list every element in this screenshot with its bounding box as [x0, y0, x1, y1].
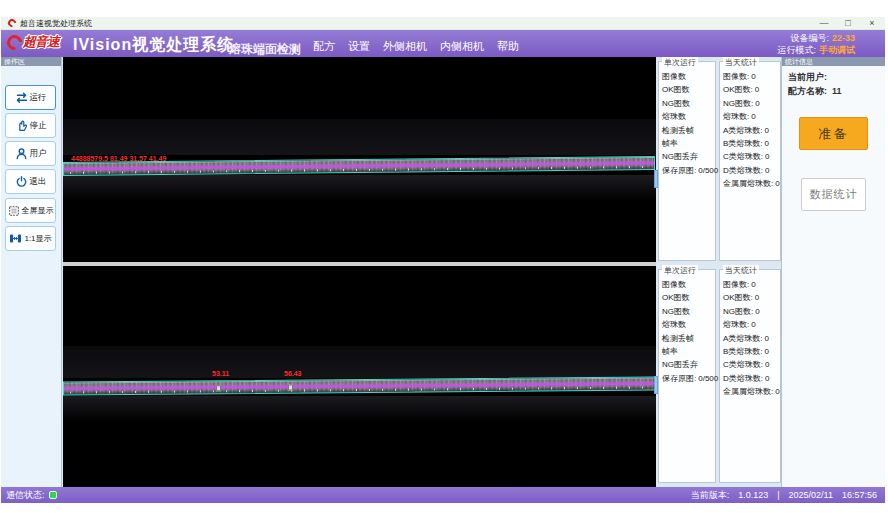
camera-view-inner[interactable]: 53.11 56.43 [63, 266, 656, 487]
stat-label: D类熔珠数: [723, 166, 763, 175]
stat-value: 0 [765, 166, 769, 175]
daily-stats-groupbox: 当天统计 图像数:0OK图数:0NG图数:0熔珠数:0A类熔珠数:0B类熔珠数:… [719, 269, 781, 483]
data-statistics-button[interactable]: 数据统计 [801, 178, 866, 211]
bead-defect-mark [216, 385, 221, 391]
run-button-label: 运行 [30, 92, 47, 104]
maximize-button[interactable]: □ [841, 17, 855, 30]
version-value: 1.0.123 [738, 490, 768, 500]
minimize-button[interactable]: — [817, 17, 831, 30]
stat-label: 金属屑熔珠数: [723, 179, 773, 188]
bead-defect-mark [288, 385, 293, 391]
stat-value: 0 [765, 152, 769, 161]
stat-value: 0/500 [698, 166, 718, 175]
stat-row: NG图数 [662, 305, 715, 318]
current-user-line: 当前用户: [788, 71, 827, 84]
run-mode-line: 运行模式:手动调试 [777, 44, 855, 56]
app-subtitle: 熔珠端面检测 [229, 41, 301, 58]
info-panel-title: 统计信息 [782, 57, 885, 66]
stat-value: 0 [765, 374, 769, 383]
stat-row: D类熔珠数:0 [723, 372, 780, 385]
exit-button[interactable]: 退出 [5, 169, 56, 194]
recipe-label: 配方名称: [788, 86, 827, 96]
stat-row: C类熔珠数:0 [723, 150, 780, 163]
stat-label: D类熔珠数: [723, 374, 763, 383]
menu-item[interactable]: 内侧相机 [440, 39, 484, 54]
stat-value: 0 [765, 360, 769, 369]
stat-row: 保存原图:0/500 [662, 372, 715, 385]
window-controls: — □ × [817, 17, 879, 30]
stat-row: 熔珠数:0 [723, 318, 780, 331]
stat-row: 熔珠数 [662, 318, 715, 331]
stat-label: 保存原图: [662, 166, 696, 175]
stat-value: 0 [765, 126, 769, 135]
stat-row: OK图数:0 [723, 291, 780, 304]
daily-stats-title: 当天统计 [723, 57, 759, 68]
stat-label: OK图数: [723, 293, 753, 302]
stat-label: C类熔珠数: [723, 360, 763, 369]
run-mode-value: 手动调试 [819, 45, 855, 55]
main-area: 操作区 运行 停止 用户 [1, 57, 885, 487]
menu-item[interactable]: 帮助 [497, 39, 519, 54]
brand-name: 超音速 [23, 33, 59, 51]
stop-button[interactable]: 停止 [5, 113, 56, 138]
single-run-title: 单次运行 [662, 57, 698, 68]
app-logo-icon [6, 17, 17, 28]
stat-row: 保存原图:0/500 [662, 164, 715, 177]
run-button[interactable]: 运行 [5, 85, 56, 110]
app-title: IVision视觉处理系统 [73, 35, 234, 56]
stat-label: 图像数: [723, 72, 749, 81]
stat-label: 熔珠数: [723, 320, 749, 329]
stat-label: 保存原图: [662, 374, 696, 383]
stat-row: 图像数:0 [723, 278, 780, 291]
stat-row: 帧率 [662, 345, 715, 358]
stat-row: 图像数:0 [723, 70, 780, 83]
camera-view-outer[interactable]: 44888579.5 81.49 31.57 41.49 [63, 57, 656, 262]
application-window: 超音速视觉处理系统 — □ × 超音速 IVision视觉处理系统 熔珠端面检测… [0, 0, 888, 522]
stat-value: 0 [755, 293, 759, 302]
stat-row: NG图丢弃 [662, 358, 715, 371]
stat-row: 帧率 [662, 137, 715, 150]
one-to-one-button-label: 1:1显示 [24, 233, 51, 244]
stat-value: 0 [755, 307, 759, 316]
image-shading-band [63, 119, 656, 155]
stat-row: 图像数 [662, 70, 715, 83]
stat-label: OK图数 [662, 293, 690, 302]
menu-item[interactable]: 配方 [313, 39, 335, 54]
stat-row: 熔珠数 [662, 110, 715, 123]
menu-item[interactable]: 设置 [348, 39, 370, 54]
stat-label: NG图数 [662, 307, 690, 316]
stat-label: 熔珠数: [723, 112, 749, 121]
stat-label: 图像数: [723, 280, 749, 289]
close-button[interactable]: × [865, 17, 879, 30]
stat-label: NG图丢弃 [662, 152, 698, 161]
window-titlebar: 超音速视觉处理系统 — □ × [1, 17, 885, 30]
device-number-value: 22-33 [832, 33, 855, 43]
stat-row: 检测丢帧 [662, 124, 715, 137]
current-user-label: 当前用户: [788, 72, 827, 82]
run-icon [15, 91, 28, 104]
single-run-rows: 图像数OK图数NG图数熔珠数检测丢帧帧率NG图丢弃保存原图:0/500 [659, 270, 715, 385]
stat-label: 图像数 [662, 72, 686, 81]
one-to-one-button[interactable]: 1:1显示 [5, 226, 56, 251]
stat-value: 0 [765, 139, 769, 148]
image-shading-band [63, 396, 656, 422]
stat-label: A类熔珠数: [723, 126, 763, 135]
stat-label: 帧率 [662, 347, 678, 356]
measurement-annotation: 44888579.5 81.49 31.57 41.49 [71, 155, 166, 162]
single-run-groupbox: 单次运行 图像数OK图数NG图数熔珠数检测丢帧帧率NG图丢弃保存原图:0/500 [658, 61, 716, 261]
comm-ok-indicator [49, 491, 57, 499]
stat-row: OK图数 [662, 83, 715, 96]
stat-label: 帧率 [662, 139, 678, 148]
user-button[interactable]: 用户 [5, 141, 56, 166]
prepare-button[interactable]: 准备 [799, 117, 868, 150]
exit-button-label: 退出 [30, 176, 47, 188]
operations-panel: 操作区 运行 停止 用户 [1, 57, 62, 487]
stat-row: C类熔珠数:0 [723, 358, 780, 371]
stat-label: B类熔珠数: [723, 139, 763, 148]
status-date: 2025/02/11 [789, 490, 833, 500]
menu-item[interactable]: 外侧相机 [383, 39, 427, 54]
info-panel: 统计信息 当前用户: 配方名称:11 准备 数据统计 [781, 57, 885, 487]
fullscreen-button[interactable]: 全屏显示 [5, 198, 56, 223]
image-shading-band [63, 175, 656, 201]
stat-label: OK图数 [662, 85, 690, 94]
